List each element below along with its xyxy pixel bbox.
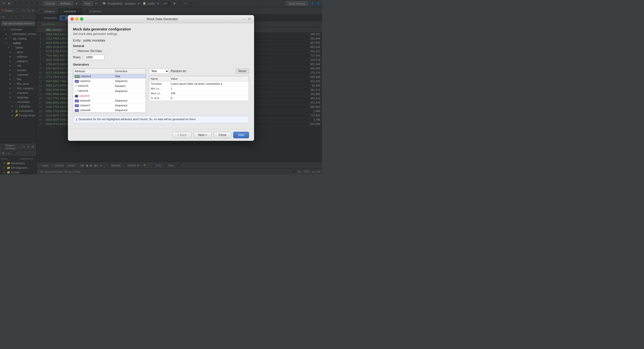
dialog-section-title: Mock data generator configuration <box>73 27 249 31</box>
close-window-button[interactable] <box>70 17 74 21</box>
gen-attr-cell: ⟳column3 <box>73 83 113 89</box>
general-group-label: General <box>73 44 249 48</box>
dialog-entity-row: Entity: public.mockdata <box>73 39 249 42</box>
gen-gen-cell: Random <box>113 83 146 89</box>
props-col-value: Value <box>169 76 249 81</box>
gen-table-row[interactable]: ABCcolumn1 Text <box>73 74 146 79</box>
prop-name: % of N... <box>149 96 169 101</box>
minimize-window-button[interactable] <box>75 17 78 21</box>
gen-type-row: Text Sequence Random Random ler Reset <box>149 68 249 74</box>
prop-value: 0 <box>169 96 249 101</box>
gen-gen-cell <box>113 94 146 98</box>
dialog-titlebar: Mock Data Generator — ⊡ <box>68 15 254 23</box>
gen-gen-cell: Sequence <box>113 103 146 108</box>
entity-value: public.mockdata <box>83 39 105 42</box>
back-button[interactable]: < Back <box>173 132 191 138</box>
props-row: Min Le... 1 <box>149 86 249 91</box>
prop-value: Lorem ipsum dolor sit amet, consectetur … <box>169 81 249 86</box>
dialog-section-sub: Set mock data generator settings <box>73 32 249 36</box>
info-text: Generators for the red highlighted attri… <box>78 118 196 121</box>
generators-table-wrap: Attribute Generator ABCcolumn1 Text 123c… <box>73 68 146 113</box>
generators-table: Attribute Generator ABCcolumn1 Text 123c… <box>73 69 146 113</box>
dialog-body: Mock data generator configuration Set mo… <box>68 23 254 129</box>
dialog-title: Mock Data Generator <box>83 17 242 21</box>
props-row: % of N... 0 <box>149 96 249 101</box>
gen-attr-cell: 123column7 <box>73 103 113 108</box>
dialog-overlay: Mock Data Generator — ⊡ Mock data genera… <box>0 0 322 175</box>
info-icon: ℹ <box>76 118 77 121</box>
close-button[interactable]: Close <box>214 132 231 138</box>
prop-name: Min Le... <box>149 86 169 91</box>
remove-old-data-checkbox[interactable] <box>73 50 76 53</box>
gen-attr-cell: 123column6 <box>73 98 113 103</box>
prop-value: 100 <box>169 91 249 96</box>
generators-group-label: Generators <box>73 63 249 66</box>
dialog-win-controls: — ⊡ <box>242 17 252 21</box>
gen-col-attribute: Attribute <box>73 69 113 74</box>
gen-settings-panel: Text Sequence Random Random ler Reset Na… <box>149 68 249 113</box>
prop-name: Template <box>149 81 169 86</box>
props-col-name: Name <box>149 76 169 81</box>
prop-name: Max Le... <box>149 91 169 96</box>
props-row: Template Lorem ipsum dolor sit amet, con… <box>149 81 249 86</box>
entity-label: Entity: <box>73 39 81 42</box>
gen-table-row[interactable]: 123column2 Sequence <box>73 79 146 83</box>
gen-gen-cell: Sequence <box>113 79 146 83</box>
gen-gen-cell: Sequence <box>113 98 146 103</box>
gen-props-table: Name Value Template Lorem ipsum dolor si… <box>149 76 249 101</box>
gen-table-row[interactable]: ⟳column3 Random <box>73 83 146 89</box>
dialog-minimize[interactable]: — <box>242 17 246 21</box>
dialog-footer: < Back Next > Close Start <box>68 129 254 141</box>
gen-type-value: Random ler <box>171 69 234 73</box>
gen-table-row[interactable]: ⬛column5 <box>73 94 146 98</box>
gen-col-generator: Generator <box>113 69 146 74</box>
gen-table-row[interactable]: 123column6 Sequence <box>73 98 146 103</box>
prop-value: 1 <box>169 86 249 91</box>
rows-input[interactable] <box>84 55 104 60</box>
gen-attr-cell: ⬛column5 <box>73 94 113 98</box>
gen-gen-cell: Text <box>113 74 146 79</box>
gen-table-row[interactable]: 123column7 Sequence <box>73 103 146 108</box>
remove-old-data-row: Remove Old Data <box>73 49 249 53</box>
maximize-window-button[interactable] <box>80 17 83 21</box>
generators-section: Attribute Generator ABCcolumn1 Text 123c… <box>73 68 249 113</box>
traffic-lights <box>70 17 83 21</box>
gen-attr-cell: ✓column4 <box>73 89 113 94</box>
gen-attr-cell: ABCcolumn1 <box>73 74 113 79</box>
gen-attr-cell: 123column8 <box>73 108 113 113</box>
gen-table-row[interactable]: 123column8 Sequence <box>73 108 146 113</box>
gen-gen-cell: Sequence <box>113 108 146 113</box>
gen-attr-cell: 123column2 <box>73 79 113 83</box>
rows-label: Rows : <box>73 56 82 59</box>
gen-gen-cell: Sequence <box>113 89 146 94</box>
gen-table-row[interactable]: ✓column4 Sequence <box>73 89 146 94</box>
gen-reset-button[interactable]: Reset <box>236 69 249 74</box>
start-button[interactable]: Start <box>233 132 249 138</box>
next-button[interactable]: Next > <box>193 132 212 138</box>
dialog-info-bar: ℹ Generators for the red highlighted att… <box>73 116 249 123</box>
gen-type-select[interactable]: Text Sequence Random <box>149 68 169 74</box>
mock-data-dialog: Mock Data Generator — ⊡ Mock data genera… <box>68 15 254 141</box>
remove-old-data-label[interactable]: Remove Old Data <box>78 49 102 53</box>
dialog-resize[interactable]: ⊡ <box>247 17 252 21</box>
props-row: Max Le... 100 <box>149 91 249 96</box>
rows-row: Rows : <box>73 55 249 60</box>
